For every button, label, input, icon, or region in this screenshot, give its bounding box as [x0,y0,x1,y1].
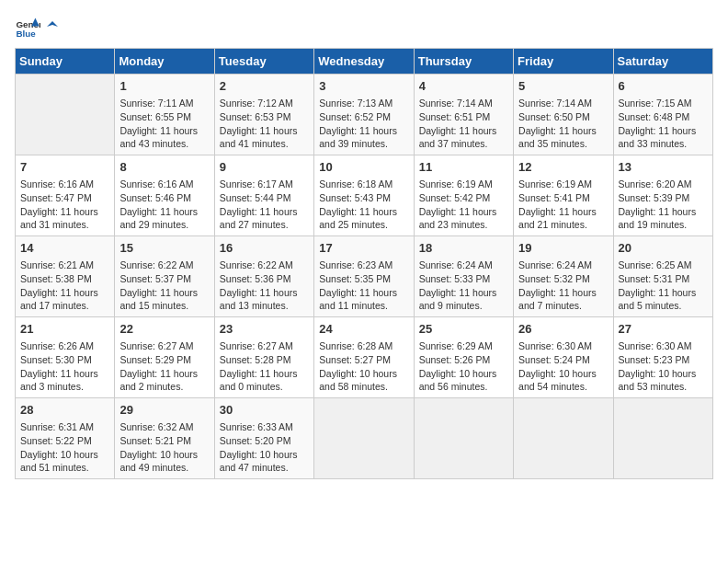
day-info: Sunrise: 6:27 AMSunset: 5:28 PMDaylight:… [220,339,309,394]
day-info: Sunrise: 7:13 AMSunset: 6:52 PMDaylight:… [319,97,408,151]
day-info: Sunrise: 6:31 AMSunset: 5:22 PMDaylight:… [20,420,109,475]
day-number: 28 [20,402,109,419]
calendar-cell: 16Sunrise: 6:22 AMSunset: 5:36 PMDayligh… [214,236,313,317]
day-number: 10 [319,159,408,176]
calendar-cell: 12Sunrise: 6:19 AMSunset: 5:41 PMDayligh… [514,155,613,236]
calendar-cell: 18Sunrise: 6:24 AMSunset: 5:33 PMDayligh… [414,236,513,317]
header-wednesday: Wednesday [314,49,414,75]
page-header: General Blue [15,15,713,40]
day-number: 16 [220,240,309,257]
header-sunday: Sunday [16,49,115,75]
day-info: Sunrise: 6:23 AMSunset: 5:35 PMDaylight:… [319,259,408,313]
day-info: Sunrise: 6:30 AMSunset: 5:24 PMDaylight:… [518,339,608,394]
calendar-cell: 17Sunrise: 6:23 AMSunset: 5:35 PMDayligh… [314,236,414,317]
day-number: 18 [419,240,508,257]
calendar-cell: 23Sunrise: 6:27 AMSunset: 5:28 PMDayligh… [214,317,313,398]
day-info: Sunrise: 7:14 AMSunset: 6:51 PMDaylight:… [419,97,508,151]
calendar-cell: 28Sunrise: 6:31 AMSunset: 5:22 PMDayligh… [16,398,115,479]
calendar-header-row: SundayMondayTuesdayWednesdayThursdayFrid… [16,49,713,75]
calendar-cell [414,398,513,479]
calendar-cell: 5Sunrise: 7:14 AMSunset: 6:50 PMDaylight… [514,75,613,155]
day-info: Sunrise: 6:16 AMSunset: 5:46 PMDaylight:… [119,178,209,232]
calendar-cell: 30Sunrise: 6:33 AMSunset: 5:20 PMDayligh… [214,398,313,479]
svg-text:Blue: Blue [16,29,36,39]
day-number: 26 [518,321,608,338]
day-info: Sunrise: 6:19 AMSunset: 5:41 PMDaylight:… [518,178,608,232]
calendar-week-4: 21Sunrise: 6:26 AMSunset: 5:30 PMDayligh… [16,317,713,398]
day-number: 15 [119,240,209,257]
calendar-cell: 22Sunrise: 6:27 AMSunset: 5:29 PMDayligh… [115,317,214,398]
day-number: 8 [119,159,209,176]
day-number: 2 [220,78,309,95]
calendar-cell: 2Sunrise: 7:12 AMSunset: 6:53 PMDaylight… [214,75,313,155]
day-number: 27 [619,321,708,338]
day-number: 20 [619,240,708,257]
day-number: 30 [220,402,309,419]
day-number: 13 [619,159,708,176]
day-number: 24 [319,321,408,338]
header-saturday: Saturday [613,49,712,75]
calendar-cell: 15Sunrise: 6:22 AMSunset: 5:37 PMDayligh… [115,236,214,317]
calendar-cell: 8Sunrise: 6:16 AMSunset: 5:46 PMDaylight… [115,155,214,236]
day-number: 17 [319,240,408,257]
day-info: Sunrise: 6:27 AMSunset: 5:29 PMDaylight:… [119,339,209,394]
day-number: 21 [20,321,109,338]
day-info: Sunrise: 7:15 AMSunset: 6:48 PMDaylight:… [619,97,708,151]
calendar-cell [613,398,712,479]
svg-marker-3 [47,21,58,27]
day-number: 7 [20,159,109,176]
calendar-cell: 10Sunrise: 6:18 AMSunset: 5:43 PMDayligh… [314,155,414,236]
day-info: Sunrise: 6:24 AMSunset: 5:33 PMDaylight:… [419,259,508,313]
calendar-cell: 9Sunrise: 6:17 AMSunset: 5:44 PMDaylight… [214,155,313,236]
calendar-cell: 11Sunrise: 6:19 AMSunset: 5:42 PMDayligh… [414,155,513,236]
day-number: 12 [518,159,608,176]
day-info: Sunrise: 7:14 AMSunset: 6:50 PMDaylight:… [518,97,608,151]
day-info: Sunrise: 6:29 AMSunset: 5:26 PMDaylight:… [419,339,508,394]
header-tuesday: Tuesday [214,49,313,75]
day-info: Sunrise: 6:16 AMSunset: 5:47 PMDaylight:… [20,178,109,232]
day-info: Sunrise: 6:21 AMSunset: 5:38 PMDaylight:… [20,259,109,313]
day-info: Sunrise: 7:12 AMSunset: 6:53 PMDaylight:… [220,97,309,151]
header-monday: Monday [115,49,214,75]
day-number: 19 [518,240,608,257]
day-info: Sunrise: 6:22 AMSunset: 5:36 PMDaylight:… [220,259,309,313]
logo: General Blue [15,15,60,40]
day-info: Sunrise: 6:32 AMSunset: 5:21 PMDaylight:… [119,420,209,475]
calendar-cell: 13Sunrise: 6:20 AMSunset: 5:39 PMDayligh… [613,155,712,236]
calendar-week-2: 7Sunrise: 6:16 AMSunset: 5:47 PMDaylight… [16,155,713,236]
day-number: 22 [119,321,209,338]
calendar-cell: 25Sunrise: 6:29 AMSunset: 5:26 PMDayligh… [414,317,513,398]
calendar-cell: 1Sunrise: 7:11 AMSunset: 6:55 PMDaylight… [115,75,214,155]
calendar-cell [314,398,414,479]
calendar-cell: 24Sunrise: 6:28 AMSunset: 5:27 PMDayligh… [314,317,414,398]
header-thursday: Thursday [414,49,513,75]
day-info: Sunrise: 6:24 AMSunset: 5:32 PMDaylight:… [518,259,608,313]
day-info: Sunrise: 6:20 AMSunset: 5:39 PMDaylight:… [619,178,708,232]
calendar-cell: 26Sunrise: 6:30 AMSunset: 5:24 PMDayligh… [514,317,613,398]
calendar-cell: 27Sunrise: 6:30 AMSunset: 5:23 PMDayligh… [613,317,712,398]
calendar-cell: 3Sunrise: 7:13 AMSunset: 6:52 PMDaylight… [314,75,414,155]
day-info: Sunrise: 6:30 AMSunset: 5:23 PMDaylight:… [619,339,708,394]
calendar-cell: 14Sunrise: 6:21 AMSunset: 5:38 PMDayligh… [16,236,115,317]
day-info: Sunrise: 6:19 AMSunset: 5:42 PMDaylight:… [419,178,508,232]
logo-bird-icon [45,19,60,34]
day-number: 3 [319,78,408,95]
calendar-cell: 20Sunrise: 6:25 AMSunset: 5:31 PMDayligh… [613,236,712,317]
day-info: Sunrise: 7:11 AMSunset: 6:55 PMDaylight:… [119,97,209,151]
calendar-week-1: 1Sunrise: 7:11 AMSunset: 6:55 PMDaylight… [16,75,713,155]
calendar-cell: 29Sunrise: 6:32 AMSunset: 5:21 PMDayligh… [115,398,214,479]
day-info: Sunrise: 6:33 AMSunset: 5:20 PMDaylight:… [220,420,309,475]
day-number: 11 [419,159,508,176]
day-number: 1 [119,78,209,95]
header-friday: Friday [514,49,613,75]
calendar-cell: 19Sunrise: 6:24 AMSunset: 5:32 PMDayligh… [514,236,613,317]
day-info: Sunrise: 6:22 AMSunset: 5:37 PMDaylight:… [119,259,209,313]
day-number: 14 [20,240,109,257]
day-number: 25 [419,321,508,338]
calendar-cell: 21Sunrise: 6:26 AMSunset: 5:30 PMDayligh… [16,317,115,398]
day-info: Sunrise: 6:26 AMSunset: 5:30 PMDaylight:… [20,339,109,394]
day-number: 6 [619,78,708,95]
calendar-cell [514,398,613,479]
calendar-cell: 7Sunrise: 6:16 AMSunset: 5:47 PMDaylight… [16,155,115,236]
calendar-week-5: 28Sunrise: 6:31 AMSunset: 5:22 PMDayligh… [16,398,713,479]
